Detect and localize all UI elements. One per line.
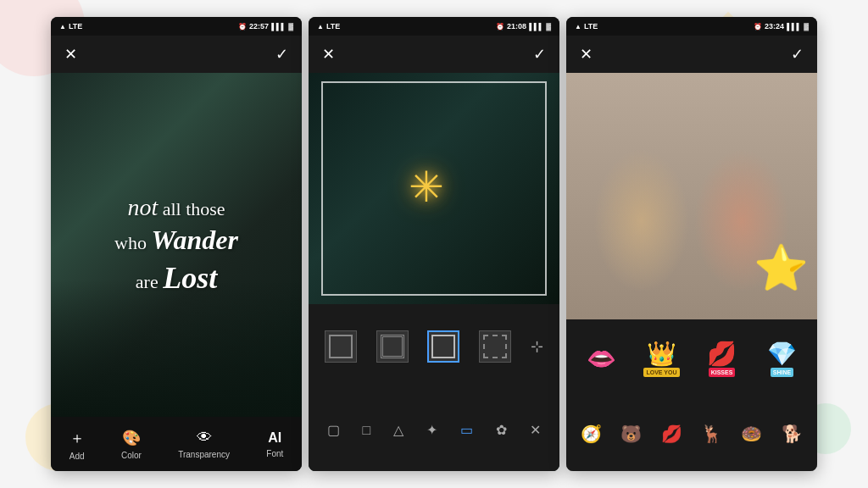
kisses-badge: KISSES [709,368,736,377]
confirm-button-3[interactable]: ✓ [791,45,804,64]
content-area-3: ⭐ 👄 👑 LOVE YOU 💋 [566,73,817,471]
status-bar-2: ▲ LTE ⏰ 21:08 ▌▌▌ ▓ [309,17,559,36]
toolbar-transparency[interactable]: 👁 Transparency [178,429,230,459]
stickers-row-1: 👄 👑 LOVE YOU 💋 KISSES 💎 S [566,319,817,396]
sparkle-center: ✳ [409,163,459,214]
shape-flower[interactable]: ✿ [496,422,507,438]
compass-emoji: 🧭 [581,424,602,444]
status-bar-right-3: ⏰ 23:24 ▌▌▌ ▓ [754,22,809,30]
sparkle-effect: ✳ [409,163,459,214]
add-label: Add [70,452,85,461]
signal-bars-3: ▌▌▌ [787,23,801,30]
shape-square[interactable]: □ [363,423,371,438]
signal-icon-3: ▲ [575,23,581,30]
shape-cross[interactable]: ✕ [530,422,541,438]
close-button-1[interactable]: ✕ [64,45,77,64]
quote-image: not all those who Wander are Lost [51,73,302,417]
transparency-icon: 👁 [197,429,212,446]
status-bar-3: ▲ LTE ⏰ 23:24 ▌▌▌ ▓ [566,17,817,36]
love-you-badge: LOVE YOU [643,368,679,377]
signal-icon-1: ▲ [59,23,66,30]
shape-square-rounded[interactable]: ▢ [327,422,340,438]
quote-line-3: are Lost [114,258,238,298]
sticker-heart-lips[interactable]: 💋 [652,417,692,451]
star-sticker[interactable]: ⭐ [754,242,809,294]
shape-triangle[interactable]: △ [393,422,403,438]
carrier-3: LTE [584,22,598,30]
shape-rectangle-selected[interactable]: ▭ [460,422,473,438]
battery-icon-1: ▓ [288,23,293,30]
quote-word-not: not [127,194,158,220]
deer-emoji: 🦌 [701,424,722,444]
add-icon: ＋ [70,428,85,448]
quote-text: not all those who Wander are Lost [106,184,247,307]
status-bar-left-2: ▲ LTE [317,22,340,30]
quote-line-2: who Wander [114,223,238,258]
sticker-bear[interactable]: 🐻 [611,417,651,451]
status-bar-left-1: ▲ LTE [59,22,82,30]
clock-icon-1: ⏰ [238,23,247,30]
sticker-donut[interactable]: 🍩 [732,417,771,451]
app-header-2: ✕ ✓ [309,36,559,73]
font-label: Font [266,449,283,458]
heart-lips-emoji: 💋 [661,424,682,444]
frame-thumb-3[interactable] [427,330,459,363]
toolbar-color[interactable]: 🎨 Color [121,429,142,460]
shine-badge: SHINE [771,368,793,377]
sliders-icon: ⊹ [531,337,543,356]
frames-panel: ⊹ ▢ □ △ ✦ ▭ ✿ ✕ [309,304,559,471]
diamond-emoji: 💎 [767,340,797,368]
content-area-1: not all those who Wander are Lost [51,73,302,417]
lips-emoji: 👄 [587,345,616,373]
status-bar-right-2: ⏰ 21:08 ▌▌▌ ▓ [496,22,551,30]
adjust-button[interactable]: ⊹ [531,337,543,356]
sticker-kisses[interactable]: 💋 KISSES [700,341,744,375]
frame-inner-4 [483,335,507,358]
screen-frames-editor: ▲ LTE ⏰ 21:08 ▌▌▌ ▓ ✕ ✓ ✳ [309,17,559,471]
stickers-row-2: 🧭 🐻 💋 🦌 🍩 🐕 [566,397,817,471]
frame-thumb-2[interactable] [376,330,409,363]
signal-bars-1: ▌▌▌ [271,23,286,30]
dog-emoji: 🐕 [782,424,803,444]
carrier-2: LTE [326,22,340,30]
sticker-deer[interactable]: 🦌 [692,417,732,451]
confirm-button-2[interactable]: ✓ [533,45,546,64]
toolbar-font[interactable]: AI Font [266,430,283,458]
close-button-2[interactable]: ✕ [322,45,335,64]
frame-inner-2 [381,335,404,358]
screen-text-editor: ▲ LTE ⏰ 22:57 ▌▌▌ ▓ ✕ ✓ not all th [51,17,302,471]
stickers-panel: 👄 👑 LOVE YOU 💋 KISSES 💎 S [566,319,817,471]
frame-thumb-1[interactable] [325,330,357,363]
carrier-1: LTE [69,22,82,30]
bear-emoji: 🐻 [620,424,642,444]
status-bar-right-1: ⏰ 22:57 ▌▌▌ ▓ [238,22,293,30]
sticker-shine[interactable]: 💎 SHINE [760,341,804,375]
sticker-love-you[interactable]: 👑 LOVE YOU [640,341,684,375]
quote-line-1: not all those [114,192,238,223]
sticker-dog[interactable]: 🐕 [772,417,812,451]
close-button-3[interactable]: ✕ [580,45,593,64]
frame-thumb-4[interactable] [479,330,511,363]
donut-emoji: 🍩 [741,424,762,444]
sparkler-image: ✳ [309,73,559,304]
confirm-button-1[interactable]: ✓ [275,45,288,64]
clock-icon-3: ⏰ [754,23,762,30]
shape-star[interactable]: ✦ [426,422,437,438]
clock-icon-2: ⏰ [496,23,504,30]
frames-thumbnails-row: ⊹ [309,304,559,390]
app-header-1: ✕ ✓ [51,36,302,73]
screen-stickers-editor: ▲ LTE ⏰ 23:24 ▌▌▌ ▓ ✕ ✓ ⭐ [566,17,817,471]
toolbar-add[interactable]: ＋ Add [70,428,85,461]
sticker-lips[interactable]: 👄 [580,341,624,375]
app-header-3: ✕ ✓ [566,36,817,73]
screens-container: ▲ LTE ⏰ 22:57 ▌▌▌ ▓ ✕ ✓ not all th [0,0,868,488]
time-1: 22:57 [249,22,269,30]
frame-icons-row: ▢ □ △ ✦ ▭ ✿ ✕ [309,389,559,471]
sparkle-rays: ✳ [409,164,444,211]
sticker-compass[interactable]: 🧭 [571,417,611,451]
crown-emoji: 👑 [647,340,676,368]
ai-font-icon: AI [268,430,281,446]
frame-inner-1 [329,335,353,358]
color-icon: 🎨 [122,429,141,447]
status-bar-left-3: ▲ LTE [575,22,598,30]
